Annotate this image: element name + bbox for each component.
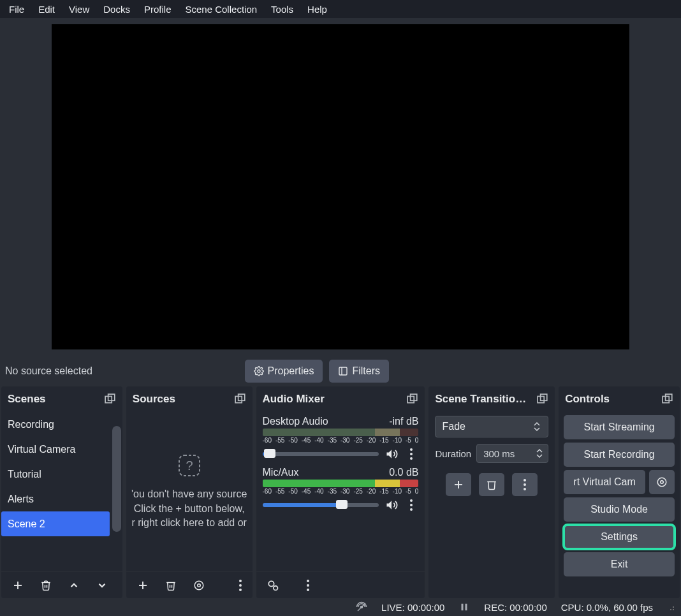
channel-db: 0.0 dB xyxy=(389,467,418,478)
svg-point-25 xyxy=(661,481,664,484)
svg-point-33 xyxy=(673,606,674,608)
menu-profile[interactable]: Profile xyxy=(138,3,178,16)
transition-select[interactable]: Fade xyxy=(435,416,548,437)
popout-icon[interactable] xyxy=(407,393,418,405)
svg-point-17 xyxy=(268,581,274,586)
remove-transition-button[interactable] xyxy=(479,473,504,496)
virtualcam-settings-button[interactable] xyxy=(649,470,675,494)
advanced-audio-button[interactable] xyxy=(261,575,284,596)
start-recording-button[interactable]: Start Recording xyxy=(564,443,675,467)
svg-point-26 xyxy=(657,478,666,487)
popout-icon[interactable] xyxy=(105,393,116,405)
scene-item[interactable]: Alerts xyxy=(1,487,122,511)
menu-tools[interactable]: Tools xyxy=(265,3,300,16)
question-icon: ? xyxy=(177,453,202,478)
menu-scene-collection[interactable]: Scene Collection xyxy=(179,3,264,16)
gear-icon xyxy=(267,579,279,592)
volume-slider[interactable] xyxy=(263,503,379,507)
transition-menu-button[interactable] xyxy=(512,473,538,496)
add-transition-button[interactable] xyxy=(446,473,471,496)
sources-empty-line: Click the + button below, xyxy=(134,502,245,516)
gear-icon xyxy=(193,580,205,591)
audio-channel: Desktop Audio -inf dB -60-55-50-45-40-35… xyxy=(256,412,425,463)
popout-icon[interactable] xyxy=(235,393,246,405)
scene-item[interactable]: Tutorial xyxy=(1,462,122,487)
mixer-title: Audio Mixer xyxy=(263,393,325,406)
speaker-icon xyxy=(385,499,398,511)
mute-button[interactable] xyxy=(384,446,399,462)
duration-value: 300 ms xyxy=(483,448,515,459)
plus-icon xyxy=(137,580,149,591)
trash-icon xyxy=(165,580,177,591)
channel-name: Desktop Audio xyxy=(263,416,328,427)
chevron-up-icon xyxy=(68,580,80,591)
menu-docks[interactable]: Docks xyxy=(97,3,136,16)
scene-item[interactable]: Virtual Camera xyxy=(1,437,122,462)
channel-db: -inf dB xyxy=(389,416,418,427)
remove-scene-button[interactable] xyxy=(34,575,57,596)
speaker-icon xyxy=(385,448,398,460)
scenes-list[interactable]: Recording Virtual Camera Tutorial Alerts… xyxy=(1,412,122,571)
no-source-label: No source selected xyxy=(5,365,92,377)
scrollbar-thumb[interactable] xyxy=(112,426,121,532)
start-streaming-button[interactable]: Start Streaming xyxy=(564,415,675,439)
source-menu-button[interactable] xyxy=(233,580,247,591)
sources-title: Sources xyxy=(133,393,175,406)
remove-source-button[interactable] xyxy=(159,575,182,596)
volume-meter xyxy=(263,480,419,487)
volume-meter xyxy=(263,429,419,436)
svg-point-18 xyxy=(273,585,277,590)
source-properties-button[interactable] xyxy=(187,575,210,596)
properties-button[interactable]: Properties xyxy=(245,360,323,383)
resize-grip-icon[interactable] xyxy=(667,603,675,611)
duration-input[interactable]: 300 ms xyxy=(476,444,548,463)
channel-name: Mic/Aux xyxy=(263,467,299,478)
filters-button[interactable]: Filters xyxy=(329,360,389,383)
mute-button[interactable] xyxy=(384,497,399,513)
gear-icon xyxy=(656,476,668,488)
channel-menu-button[interactable] xyxy=(404,448,418,460)
filters-label: Filters xyxy=(352,365,380,377)
preview-container xyxy=(0,18,681,356)
studio-mode-button[interactable]: Studio Mode xyxy=(564,497,675,522)
preview-canvas[interactable] xyxy=(52,24,629,349)
status-cpu: CPU: 0.0%, 60.00 fps xyxy=(561,602,653,613)
svg-rect-29 xyxy=(462,604,464,611)
mixer-menu-button[interactable] xyxy=(301,580,315,591)
menu-file[interactable]: File xyxy=(3,3,31,16)
channel-menu-button[interactable] xyxy=(404,499,418,511)
spinner-icon[interactable] xyxy=(536,449,544,458)
popout-icon[interactable] xyxy=(662,393,673,405)
status-bar: LIVE: 00:00:00 REC: 00:00:00 CPU: 0.0%, … xyxy=(0,598,681,616)
start-virtualcam-button[interactable]: rt Virtual Cam xyxy=(564,470,645,494)
settings-button[interactable]: Settings xyxy=(564,525,675,549)
menu-help[interactable]: Help xyxy=(301,3,333,16)
gear-icon xyxy=(254,366,264,376)
scenes-title: Scenes xyxy=(8,393,46,406)
svg-point-32 xyxy=(670,609,671,610)
plus-icon xyxy=(12,580,24,591)
popout-icon[interactable] xyxy=(537,393,548,405)
menu-edit[interactable]: Edit xyxy=(32,3,61,16)
exit-button[interactable]: Exit xyxy=(564,552,675,576)
add-scene-button[interactable] xyxy=(6,575,29,596)
meter-ticks: -60-55-50-45-40-35-30-25-20-15-10-50 xyxy=(263,488,419,495)
svg-point-14 xyxy=(194,581,203,590)
controls-dock: Controls Start Streaming Start Recording… xyxy=(559,386,680,598)
controls-title: Controls xyxy=(565,393,610,406)
volume-slider[interactable] xyxy=(263,452,379,456)
scene-up-button[interactable] xyxy=(62,575,85,596)
add-source-button[interactable] xyxy=(131,575,154,596)
svg-text:?: ? xyxy=(186,458,193,473)
menu-view[interactable]: View xyxy=(62,3,96,16)
scene-item-selected[interactable]: Scene 2 xyxy=(1,511,110,536)
audio-mixer-dock: Audio Mixer Desktop Audio -inf dB -60-55… xyxy=(256,386,425,598)
menu-bar: File Edit View Docks Profile Scene Colle… xyxy=(0,0,681,18)
svg-point-0 xyxy=(258,370,260,372)
sources-empty-placeholder[interactable]: ? 'ou don't have any source Click the + … xyxy=(126,412,253,571)
scene-down-button[interactable] xyxy=(91,575,113,596)
sources-dock: Sources ? 'ou don't have any source Clic… xyxy=(126,386,253,598)
sources-empty-line: 'ou don't have any source xyxy=(131,487,247,501)
plus-icon xyxy=(453,479,464,490)
scene-item[interactable]: Recording xyxy=(1,412,122,437)
